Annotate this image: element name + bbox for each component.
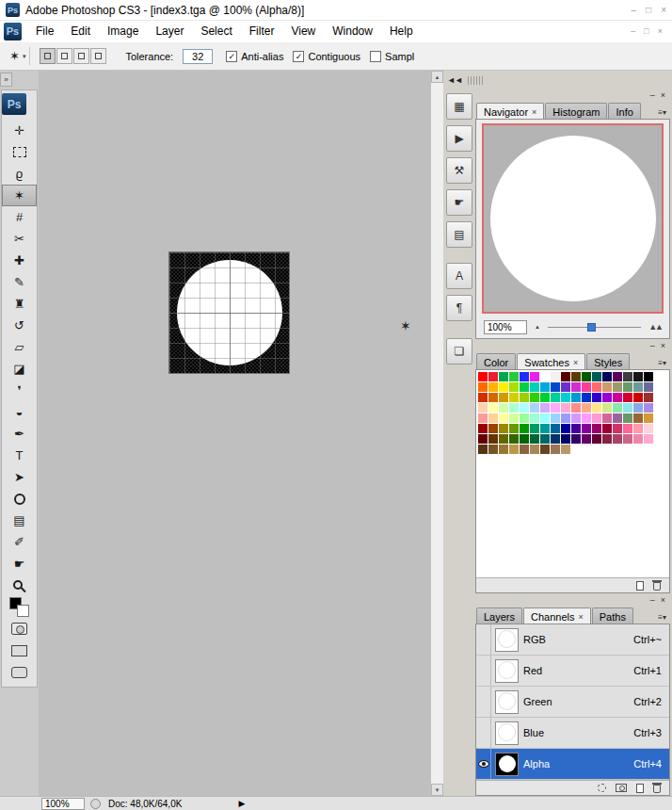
doc-restore-icon[interactable]: □ xyxy=(644,26,648,36)
checkbox-sampl[interactable] xyxy=(370,51,381,62)
color-swatch[interactable] xyxy=(540,393,551,403)
checkbox-anti-alias[interactable]: ✓ xyxy=(226,51,237,62)
new-selection-icon[interactable] xyxy=(40,48,56,64)
tab-close-icon[interactable]: × xyxy=(532,107,536,117)
color-swatch[interactable] xyxy=(540,372,551,382)
color-swatch[interactable] xyxy=(478,424,488,434)
color-swatch[interactable] xyxy=(582,403,592,413)
color-swatch[interactable] xyxy=(644,403,654,413)
color-swatch[interactable] xyxy=(499,403,509,413)
color-swatch[interactable] xyxy=(509,403,520,413)
color-swatch[interactable] xyxy=(602,372,613,382)
gradient-tool[interactable]: ◪ xyxy=(2,358,37,380)
load-selection-icon[interactable] xyxy=(598,784,606,792)
tab-layers[interactable]: Layers xyxy=(476,608,522,624)
color-swatch[interactable] xyxy=(540,382,551,393)
color-swatch[interactable] xyxy=(582,434,592,445)
color-swatch[interactable] xyxy=(602,434,613,445)
color-swatch[interactable] xyxy=(623,434,633,445)
color-swatch[interactable] xyxy=(540,434,551,445)
color-swatch[interactable] xyxy=(633,403,644,413)
color-swatch[interactable] xyxy=(478,403,488,413)
swatches-panel-menu-icon[interactable]: ≡▾ xyxy=(658,359,670,369)
color-swatch[interactable] xyxy=(478,393,488,403)
status-menu-arrow-icon[interactable]: ▶ xyxy=(238,799,245,808)
close-icon[interactable]: × xyxy=(661,5,666,15)
color-swatch[interactable] xyxy=(592,424,602,434)
color-swatch[interactable] xyxy=(520,424,530,434)
color-swatch[interactable] xyxy=(613,413,623,424)
color-swatch[interactable] xyxy=(509,393,520,403)
channel-thumbnail[interactable] xyxy=(495,628,519,652)
color-swatch[interactable] xyxy=(509,413,520,424)
tolerance-input[interactable] xyxy=(183,49,213,64)
zoom-slider-thumb[interactable] xyxy=(587,323,596,332)
color-swatch[interactable] xyxy=(540,445,551,455)
color-swatch[interactable] xyxy=(478,382,488,393)
notes-panel-icon[interactable]: ❏ xyxy=(446,338,472,364)
navigator-zoom-input[interactable] xyxy=(484,320,527,334)
clone-source-panel-icon[interactable]: ▶ xyxy=(446,125,472,152)
color-swatch[interactable] xyxy=(520,382,530,393)
document[interactable] xyxy=(168,251,290,374)
color-swatch[interactable] xyxy=(488,434,499,445)
color-swatch[interactable] xyxy=(561,445,571,455)
color-swatch[interactable] xyxy=(602,413,613,424)
tab-paths[interactable]: Paths xyxy=(592,608,633,624)
color-swatch[interactable] xyxy=(613,393,623,403)
color-swatch[interactable] xyxy=(644,413,654,424)
type-tool[interactable]: T xyxy=(2,445,37,466)
notes-tool[interactable]: ▤ xyxy=(2,510,37,531)
color-swatch[interactable] xyxy=(488,393,499,403)
tab-styles[interactable]: Styles xyxy=(586,353,630,369)
color-swatch[interactable] xyxy=(582,372,592,382)
color-swatch[interactable] xyxy=(571,413,582,424)
color-swatch[interactable] xyxy=(602,393,613,403)
status-icon[interactable] xyxy=(90,799,101,809)
tool-preset-button[interactable]: ✶ ▾ xyxy=(6,47,30,65)
color-swatch[interactable] xyxy=(520,403,530,413)
navigator-preview[interactable] xyxy=(482,123,664,314)
zoom-tool[interactable] xyxy=(2,575,37,596)
paragraph-panel-icon[interactable]: ¶ xyxy=(446,295,472,321)
lasso-tool[interactable]: ϱ xyxy=(2,163,37,185)
color-swatch[interactable] xyxy=(582,424,592,434)
color-swatch[interactable] xyxy=(561,424,571,434)
character-panel-icon[interactable]: A xyxy=(446,263,472,289)
color-swatch[interactable] xyxy=(582,382,592,393)
color-swatch[interactable] xyxy=(530,403,540,413)
menu-window[interactable]: Window xyxy=(324,23,381,40)
color-swatch[interactable] xyxy=(509,434,520,445)
color-swatch[interactable] xyxy=(478,413,488,424)
color-swatch[interactable] xyxy=(561,403,571,413)
color-swatch[interactable] xyxy=(488,372,499,382)
eyedropper-tool[interactable]: ✐ xyxy=(2,531,37,553)
channel-thumbnail[interactable] xyxy=(495,753,519,776)
color-swatch[interactable] xyxy=(478,434,488,445)
color-swatch[interactable] xyxy=(623,393,633,403)
color-swatch[interactable] xyxy=(592,372,602,382)
menu-edit[interactable]: Edit xyxy=(62,23,99,40)
color-swatch[interactable] xyxy=(602,403,613,413)
color-swatch[interactable] xyxy=(530,393,540,403)
color-swatch[interactable] xyxy=(520,413,530,424)
intersect-selection-icon[interactable] xyxy=(90,48,106,64)
scroll-down-icon[interactable]: ▼ xyxy=(431,784,443,796)
color-swatch[interactable] xyxy=(644,382,654,393)
menu-help[interactable]: Help xyxy=(381,23,422,40)
color-swatch[interactable] xyxy=(530,445,540,455)
quick-mask-button[interactable] xyxy=(2,618,37,640)
color-swatch[interactable] xyxy=(582,393,592,403)
color-swatch[interactable] xyxy=(520,445,530,455)
tab-navigator[interactable]: Navigator× xyxy=(476,103,544,119)
color-swatch[interactable] xyxy=(561,393,571,403)
color-swatch[interactable] xyxy=(530,434,540,445)
brush-tool[interactable]: ✎ xyxy=(2,271,37,293)
color-swatch[interactable] xyxy=(520,372,530,382)
color-swatch[interactable] xyxy=(623,413,633,424)
color-swatch[interactable] xyxy=(633,424,644,434)
tab-close-icon[interactable]: × xyxy=(573,358,578,367)
color-swatch[interactable] xyxy=(602,424,613,434)
history-brush-tool[interactable]: ↺ xyxy=(2,315,37,336)
tab-channels[interactable]: Channels× xyxy=(523,608,591,624)
